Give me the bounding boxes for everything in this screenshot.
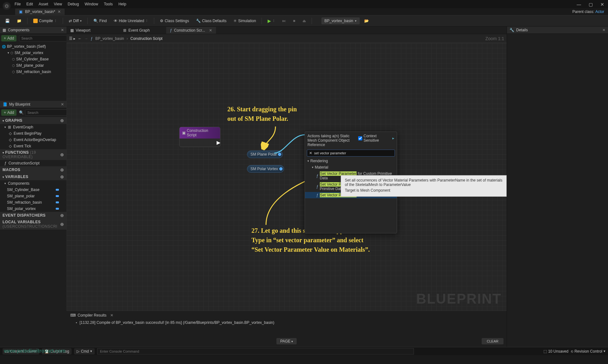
tab-viewport[interactable]: ▦Viewport [66,27,94,34]
tab-event-graph[interactable]: ⊞Event Graph [119,27,153,34]
menu-debug[interactable]: Debug [68,2,79,6]
function-icon: ƒ [316,184,319,189]
tab-construction-script[interactable]: ƒConstruction Scr...✕ [166,27,216,34]
context-sensitive-checkbox[interactable] [358,136,362,140]
graph-canvas[interactable]: BLUEPRINT ▣Construction Script SM Plane … [66,43,507,311]
my-blueprint-panel-tab[interactable]: 📘 My Blueprint ✕ [0,101,66,108]
components-search-input[interactable] [19,35,67,41]
add-graph-button[interactable]: ⊕ [60,118,64,123]
minimize-button[interactable]: — [575,1,583,8]
blueprint-search-input[interactable] [25,109,73,116]
add-dispatcher-button[interactable]: ⊕ [60,213,64,218]
menu-window[interactable]: Window [85,2,98,6]
clear-button[interactable]: CLEAR [482,338,504,344]
graphs-section-header[interactable]: ▾ GRAPHS⊕ [0,117,66,124]
menu-tools[interactable]: Tools [104,2,113,6]
tree-item-refraction[interactable]: ⬡SM_refraction_basin [0,69,66,75]
document-tab[interactable]: ▣ BP_vortex_basin* ✕ [15,9,65,15]
close-icon[interactable]: ✕ [61,102,64,107]
var-plane[interactable]: SM_plane_polar [0,193,66,199]
event-tick-item[interactable]: ◇Event Tick [0,143,66,149]
console-input[interactable] [97,348,414,355]
actor-icon: 🌐 [2,45,6,48]
nav-fwd-button[interactable]: → [84,36,88,41]
close-icon[interactable]: ✕ [209,28,212,33]
event-overlap-item[interactable]: ◇Event ActorBeginOverlap [0,137,66,143]
cmd-selector[interactable]: ▷Cmd ▾ [74,348,94,355]
components-panel-tab[interactable]: ▦ Components ✕ [0,27,66,34]
functions-section-header[interactable]: ▾ FUNCTIONS (19 OVERRIDABLE)⊕ [0,149,66,160]
close-tab-icon[interactable]: ✕ [58,9,61,14]
context-search-input[interactable] [314,151,393,155]
node-sm-polar-vortex[interactable]: SM Polar Vortex [247,165,284,173]
exec-output-pin[interactable] [217,141,220,145]
diff-button[interactable]: ⇄Diff ▾ [66,17,84,24]
save-button[interactable]: 💾 [3,17,12,24]
constructionscript-item[interactable]: ƒConstructionScript [0,160,66,166]
var-cylinder[interactable]: SM_Cylinder_Base [0,187,66,193]
menu-view[interactable]: View [54,2,62,6]
add-macro-button[interactable]: ⊕ [60,167,64,172]
add-component-button[interactable]: +Add [1,35,16,41]
macros-section-header[interactable]: MACROS⊕ [0,166,66,173]
output-pin[interactable] [279,167,282,170]
eject-button[interactable]: ⏏ [300,17,308,24]
category-rendering[interactable]: ▾Rendering [305,158,397,164]
variables-section-header[interactable]: ▾ VARIABLES⊕ [0,173,66,180]
function-icon: ƒ [4,161,7,165]
compiler-results-tab[interactable]: ⌨ Compiler Results ✕ [68,312,505,318]
parent-class-label: Parent class: Actor [573,9,604,14]
revision-control-button[interactable]: ⎋Revision Control ▾ [571,349,605,354]
category-material[interactable]: ▾Material [305,164,397,170]
status-bar: 🗂Content Drawer 📋Output Log ▷Cmd ▾ ⬚10 U… [0,347,608,355]
close-button[interactable]: ✕ [598,1,606,8]
play-button[interactable]: ▶ ⋮ [265,17,278,25]
details-panel-tab[interactable]: 🔧 Details ✕ [507,27,608,34]
variables-group[interactable]: ▾Components [0,180,66,187]
mesh-icon: ⬡ [12,70,15,74]
dispatchers-section-header[interactable]: EVENT DISPATCHERS⊕ [0,212,66,219]
stop-button[interactable]: ■ [290,17,298,24]
menu-file[interactable]: File [15,2,21,6]
skip-button[interactable]: ⏭ [280,17,288,24]
nav-back-button[interactable]: ← [78,36,82,41]
var-refraction[interactable]: SM_refraction_basin [0,199,66,206]
menu-edit[interactable]: Edit [26,2,33,6]
maximize-button[interactable]: ▢ [587,1,595,8]
hide-unrelated-button[interactable]: 👁Hide Unrelated ⋮ [111,17,151,24]
add-blueprint-button[interactable]: +Add [1,109,16,116]
eventgraph-item[interactable]: ▾⊞EventGraph [0,124,66,130]
locals-section-header[interactable]: LOCAL VARIABLES (USERCONSTRUCTIONSCRI⊕ [0,219,66,230]
add-variable-button[interactable]: ⊕ [60,174,64,179]
asset-browse-button[interactable]: 📂 [362,17,371,24]
parent-class-link[interactable]: Actor [595,9,604,14]
breadcrumb-bar: ☰ ▸ ← → ƒ BP_vortex_basin › Construction… [66,34,507,43]
class-defaults-button[interactable]: 🔧Class Defaults [193,17,229,24]
context-sensitive-toggle[interactable]: Context Sensitive ▸ [358,134,394,143]
tree-item-polar-vortex[interactable]: ▾⬡SM_polar_vortex [0,50,66,56]
node-construction-script[interactable]: ▣Construction Script [179,127,220,147]
menu-help[interactable]: Help [118,2,126,6]
asset-selector[interactable]: BP_vortex_basin▾ [321,17,360,24]
class-settings-button[interactable]: ⚙Class Settings [157,17,192,24]
tree-item-cylinder[interactable]: ⬡SM_Cylinder_Base [0,56,66,62]
crumb-root[interactable]: BP_vortex_basin [95,36,124,41]
tree-item-plane-polar[interactable]: ⬡SM_plane_polar [0,62,66,69]
page-dropdown[interactable]: PAGE ▾ [276,338,297,344]
close-icon[interactable]: ✕ [61,28,64,32]
menu-icon[interactable]: ☰ ▸ [69,36,75,41]
add-function-button[interactable]: ⊕ [60,152,64,157]
compile-button[interactable]: Compile ⋮ [31,17,60,24]
find-button[interactable]: 🔍Find [91,17,109,24]
simulation-button[interactable]: ⚛Simulation [231,17,258,24]
var-vortex[interactable]: SM_polar_vortex [0,206,66,212]
clear-search-icon[interactable]: ✕ [309,151,312,155]
close-icon[interactable]: ✕ [110,313,113,318]
close-icon[interactable]: ✕ [602,28,605,32]
unsaved-indicator[interactable]: ⬚10 Unsaved [543,349,568,354]
browse-button[interactable]: 📁 [14,17,24,24]
event-beginplay-item[interactable]: ◇Event BeginPlay [0,130,66,137]
add-local-button[interactable]: ⊕ [60,222,64,227]
menu-asset[interactable]: Asset [39,2,48,6]
tree-item-self[interactable]: 🌐BP_vortex_basin (Self) [0,43,66,50]
